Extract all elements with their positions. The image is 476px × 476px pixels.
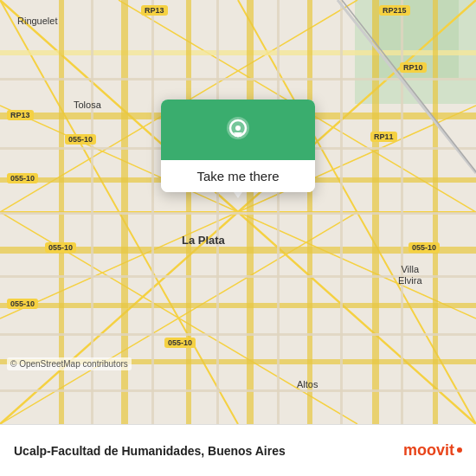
location-pin-icon [222, 115, 254, 148]
svg-rect-37 [340, 0, 343, 424]
svg-rect-34 [151, 0, 154, 424]
badge-rp13-top: RP13 [141, 5, 168, 16]
moovit-logo-text: moovit [403, 441, 454, 460]
moovit-dot [457, 447, 462, 453]
label-altos: Altos [297, 379, 318, 389]
copyright-notice: © OpenStreetMap contributors [7, 357, 132, 370]
badge-rp215: RP215 [379, 5, 410, 16]
bottom-bar: Ucalp-Facultad de Humanidades, Buenos Ai… [0, 424, 476, 476]
svg-rect-32 [0, 389, 476, 392]
location-info: Ucalp-Facultad de Humanidades, Buenos Ai… [14, 443, 395, 459]
badge-055-10-b: 055-10 [7, 173, 38, 183]
svg-rect-36 [277, 0, 280, 424]
badge-055-10-c: 055-10 [408, 242, 440, 253]
svg-rect-35 [216, 0, 219, 424]
svg-rect-18 [0, 303, 476, 308]
moovit-logo: moovit [403, 441, 462, 460]
badge-rp13-left: RP13 [7, 110, 34, 120]
map-container: Ringuelet Tolosa La Plata VillaElvira Al… [0, 0, 476, 424]
label-ringuelet: Ringuelet [17, 16, 57, 26]
label-villaelvira: VillaElvira [398, 264, 422, 286]
svg-point-43 [235, 125, 241, 131]
badge-rp10: RP10 [400, 62, 427, 73]
badge-rp11: RP11 [370, 132, 397, 142]
badge-055-10-e: 055-10 [164, 338, 196, 348]
label-laplata: La Plata [182, 234, 225, 247]
take-me-there-button[interactable]: Take me there [161, 160, 315, 192]
label-tolosa: Tolosa [74, 100, 101, 110]
location-name: Ucalp-Facultad de Humanidades, Buenos Ai… [14, 444, 286, 458]
badge-055-10-f: 055-10 [45, 242, 76, 253]
location-popup: Take me there [161, 100, 315, 192]
svg-rect-29 [0, 212, 476, 215]
svg-rect-31 [0, 333, 476, 336]
badge-055-10-d: 055-10 [7, 299, 38, 309]
badge-055-10-a: 055-10 [65, 134, 96, 145]
svg-rect-14 [0, 50, 476, 55]
popup-header [161, 100, 315, 160]
